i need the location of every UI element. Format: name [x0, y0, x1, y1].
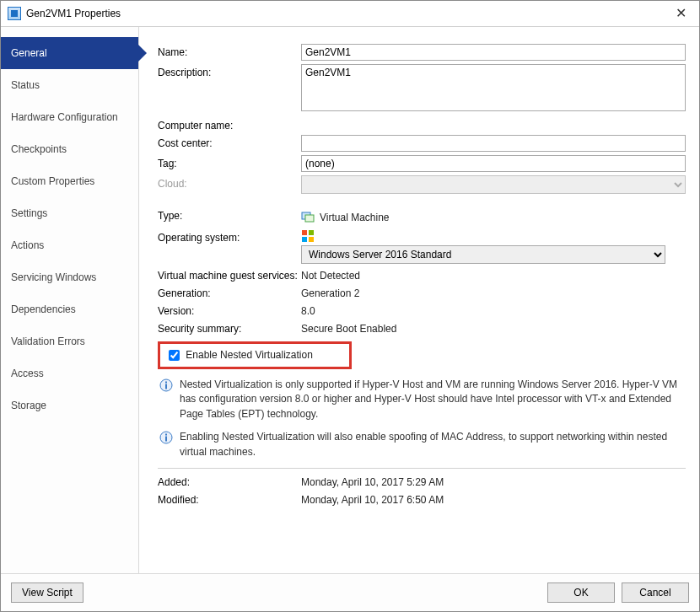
- divider: [158, 468, 686, 469]
- svg-rect-11: [165, 434, 167, 436]
- cost-center-field[interactable]: [301, 135, 686, 152]
- sidebar-item-custom-properties[interactable]: Custom Properties: [1, 165, 138, 197]
- description-label: Description:: [158, 64, 301, 78]
- tag-label: Tag:: [158, 155, 301, 169]
- info-text-2: Enabling Nested Virtualization will also…: [180, 430, 686, 459]
- info-icon: [159, 378, 173, 395]
- sidebar-item-access[interactable]: Access: [1, 357, 138, 389]
- os-select[interactable]: Windows Server 2016 Standard: [301, 245, 665, 264]
- svg-rect-1: [305, 215, 314, 222]
- info-icon: [159, 431, 173, 447]
- sidebar-item-storage[interactable]: Storage: [1, 389, 138, 421]
- security-value: Secure Boot Enabled: [301, 320, 686, 335]
- type-value: Virtual Machine: [320, 212, 390, 223]
- content-pane-general: Name: Description: Gen2VM1 Computer name…: [139, 27, 699, 573]
- windows-icon: [301, 229, 315, 245]
- generation-label: Generation:: [158, 285, 301, 299]
- nested-virtualization-highlight: Enable Nested Virtualization: [158, 341, 352, 369]
- generation-value: Generation 2: [301, 285, 686, 299]
- sidebar-item-dependencies[interactable]: Dependencies: [1, 293, 138, 325]
- app-icon: [8, 7, 21, 20]
- svg-rect-8: [165, 382, 167, 384]
- cloud-label: Cloud:: [158, 175, 301, 190]
- view-script-button[interactable]: View Script: [11, 582, 83, 603]
- version-value: 8.0: [301, 303, 686, 317]
- sidebar-item-status[interactable]: Status: [1, 69, 138, 101]
- modified-label: Modified:: [158, 491, 301, 506]
- svg-rect-5: [309, 237, 314, 242]
- sidebar-item-actions[interactable]: Actions: [1, 229, 138, 261]
- sidebar-item-validation-errors[interactable]: Validation Errors: [1, 325, 138, 357]
- computer-name-label: Computer name:: [158, 117, 301, 132]
- modified-value: Monday, April 10, 2017 6:50 AM: [301, 491, 686, 506]
- computer-name-value: [301, 117, 686, 120]
- description-field[interactable]: Gen2VM1: [301, 64, 686, 111]
- svg-rect-3: [309, 230, 314, 235]
- cloud-select: [301, 175, 686, 194]
- svg-rect-10: [165, 437, 167, 442]
- svg-rect-7: [165, 384, 167, 389]
- type-label: Type:: [158, 207, 301, 222]
- guest-services-value: Not Detected: [301, 267, 686, 282]
- window-title: Gen2VM1 Properties: [26, 8, 121, 19]
- info-text-1: Nested Virtualization is only supported …: [180, 378, 686, 421]
- titlebar: Gen2VM1 Properties ✕: [1, 1, 699, 27]
- name-field[interactable]: [301, 44, 686, 61]
- added-value: Monday, April 10, 2017 5:29 AM: [301, 474, 686, 488]
- tag-field[interactable]: [301, 155, 686, 172]
- sidebar-item-hardware-configuration[interactable]: Hardware Configuration: [1, 101, 138, 133]
- nested-virtualization-label[interactable]: Enable Nested Virtualization: [165, 349, 313, 361]
- version-label: Version:: [158, 303, 301, 317]
- security-label: Security summary:: [158, 320, 301, 335]
- cost-center-label: Cost center:: [158, 135, 301, 149]
- svg-rect-2: [302, 230, 307, 235]
- cancel-button[interactable]: Cancel: [622, 582, 689, 603]
- sidebar-item-servicing-windows[interactable]: Servicing Windows: [1, 261, 138, 293]
- os-label: Operating system:: [158, 229, 301, 244]
- sidebar-item-settings[interactable]: Settings: [1, 197, 138, 229]
- sidebar: GeneralStatusHardware ConfigurationCheck…: [1, 27, 139, 573]
- sidebar-item-general[interactable]: General: [1, 37, 138, 69]
- sidebar-item-checkpoints[interactable]: Checkpoints: [1, 133, 138, 165]
- added-label: Added:: [158, 474, 301, 488]
- footer: View Script OK Cancel: [1, 574, 699, 611]
- nested-virtualization-checkbox[interactable]: [169, 350, 180, 361]
- name-label: Name:: [158, 44, 301, 58]
- properties-window: Gen2VM1 Properties ✕ GeneralStatusHardwa…: [0, 0, 700, 612]
- guest-services-label: Virtual machine guest services:: [158, 267, 301, 282]
- ok-button[interactable]: OK: [547, 582, 615, 603]
- vm-icon: [301, 210, 315, 226]
- svg-rect-4: [302, 237, 307, 242]
- close-button[interactable]: ✕: [662, 1, 699, 26]
